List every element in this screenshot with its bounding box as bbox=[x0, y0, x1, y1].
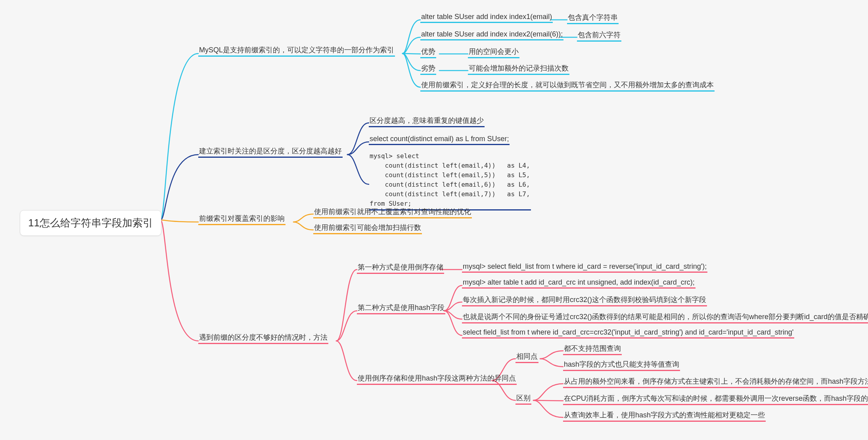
b1-i5[interactable]: 使用前缀索引，定义好合理的长度，就可以做到既节省空间，又不用额外增加太多的查询成… bbox=[420, 78, 715, 92]
b4-m2-l4[interactable]: select field_list from t where id_card_c… bbox=[462, 327, 794, 339]
b1-i1b[interactable]: 包含真个字符串 bbox=[567, 11, 619, 24]
b4-diff-l2[interactable]: 在CPU消耗方面，倒序方式每次写和读的时候，都需要额外调用一次reverse函数… bbox=[563, 392, 868, 405]
b4-diff-title[interactable]: 区别 bbox=[515, 392, 531, 405]
b4-diff-l1[interactable]: 从占用的额外空间来看，倒序存储方式在主键索引上，不会消耗额外的存储空间，而has… bbox=[563, 375, 868, 388]
b4-m2-title[interactable]: 第二种方式是使用hash字段 bbox=[357, 301, 445, 314]
b1-i2a[interactable]: alter table SUser add index index2(email… bbox=[420, 29, 563, 40]
b1-i4a[interactable]: 劣势 bbox=[420, 62, 436, 75]
b1-i3b[interactable]: 用的空间会更小 bbox=[468, 45, 519, 58]
b3-i2[interactable]: 使用前缀索引可能会增加扫描行数 bbox=[313, 221, 422, 234]
b2-i2[interactable]: select count(distinct email) as L from S… bbox=[369, 133, 510, 145]
b4-m2-l3[interactable]: 也就是说两个不同的身份证号通过crc32()函数得到的结果可能是相同的，所以你的… bbox=[462, 310, 868, 323]
b1-title[interactable]: MySQL是支持前缀索引的，可以定义字符串的一部分作为索引 bbox=[198, 44, 395, 57]
b2-title[interactable]: 建立索引时关注的是区分度，区分度越高越好 bbox=[198, 145, 343, 158]
root-node[interactable]: 11怎么给字符串字段加索引 bbox=[20, 210, 161, 236]
b1-i1a[interactable]: alter table SUser add index index1(email… bbox=[420, 11, 553, 23]
b1-i3a[interactable]: 优势 bbox=[420, 45, 436, 58]
b4-m3-title[interactable]: 使用倒序存储和使用hash字段这两种方法的异同点 bbox=[357, 372, 517, 385]
b4-same-l2[interactable]: hash字段的方式也只能支持等值查询 bbox=[563, 358, 680, 371]
b2-i1[interactable]: 区分度越高，意味着重复的键值越少 bbox=[369, 114, 485, 127]
b4-diff-l3[interactable]: 从查询效率上看，使用hash字段方式的查询性能相对更稳定一些 bbox=[563, 409, 766, 422]
b4-m2-l1[interactable]: mysql> alter table t add id_card_crc int… bbox=[462, 277, 696, 289]
b4-same-title[interactable]: 相同点 bbox=[515, 350, 538, 363]
b3-i1[interactable]: 使用前缀索引就用不上覆盖索引对查询性能的优化 bbox=[313, 205, 472, 218]
b4-m1-title[interactable]: 第一种方式是使用倒序存储 bbox=[357, 261, 444, 274]
b4-m2-l2[interactable]: 每次插入新记录的时候，都同时用crc32()这个函数得到校验码填到这个新字段 bbox=[462, 293, 707, 306]
b3-title[interactable]: 前缀索引对覆盖索引的影响 bbox=[198, 212, 286, 225]
b1-i4b[interactable]: 可能会增加额外的记录扫描次数 bbox=[468, 62, 569, 75]
b4-title[interactable]: 遇到前缀的区分度不够好的情况时，方法 bbox=[198, 331, 328, 344]
b4-m1-leaf[interactable]: mysql> select field_list from t where id… bbox=[462, 261, 707, 273]
b1-i2b[interactable]: 包含前六字符 bbox=[577, 29, 621, 42]
b4-same-l1[interactable]: 都不支持范围查询 bbox=[563, 342, 622, 355]
b2-i3[interactable]: mysql> select count(distinct left(email,… bbox=[369, 150, 531, 210]
